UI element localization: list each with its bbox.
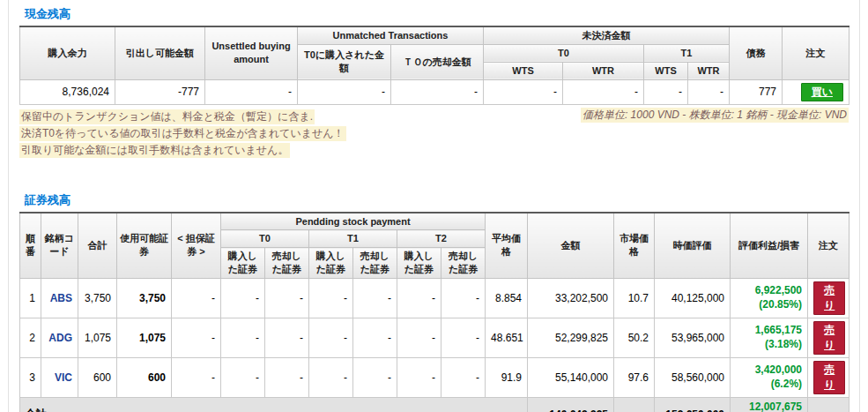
col-amount: 金額 [528,213,614,279]
securities-balance-title: 証券残高 [19,190,849,212]
col-t0-wtr: WTR [563,62,644,79]
cell-t2-bought: - [397,357,441,397]
section-spacer [19,167,849,190]
cell-available: 1,075 [117,318,172,357]
cell-t0-bought: - [221,278,265,318]
cash-notes: 保留中のトランザクション値は、料金と税金（暫定）に含ま. 決済T0を待っている値… [19,108,346,158]
stock-code-link[interactable]: VIC [55,371,72,384]
note-line-3: 引取り可能な金額には取引手数料は含まれていません。 [19,141,346,158]
cell-t0-sold: - [265,318,309,357]
cell-order: 売り [808,357,849,397]
col-group-unmatched-transactions: Unmatched Transactions [298,26,484,44]
cell-t0-bought: - [221,357,265,397]
cell-profit-loss: 3,420,000 (6.2%) [731,357,808,397]
cell-t1-bought: - [309,318,353,357]
col-t2-sold: 売却した証券 [441,248,486,279]
cell-collateral: - [172,318,221,357]
cell-profit-loss: 1,665,175 (3.18%) [731,318,808,357]
cell-t0-sold: - [265,357,309,397]
cell-t2-bought: - [397,318,441,357]
cell-t0-sold: - [265,278,309,318]
col-t1-wts: WTS [644,62,688,79]
col-group-pending-stock-payment: Pendding stock payment [221,213,486,230]
cell-collateral: - [172,278,221,318]
sell-button[interactable]: 売り [813,361,845,394]
table-row: 1 ABS 3,750 3,750 - - - - - - - 8.854 33… [20,278,849,318]
cell-t1-bought: - [309,278,353,318]
col-group-t2: T2 [397,230,486,248]
cell-stock-code: ABS [41,278,78,318]
cell-t1-wtr: - [688,79,730,104]
cell-buying-power: 8,736,024 [20,79,115,104]
col-bought-t0: T0に購入された金額 [298,44,391,79]
total-amount: 140,642,325 [528,397,614,412]
cell-no: 1 [20,278,41,318]
cell-total: 600 [78,357,117,397]
col-order-2: 注文 [808,213,849,279]
cell-unsettled-buying: - [205,79,298,104]
cell-amount: 52,299,825 [528,318,614,357]
cash-balance-table: 購入余力 引出し可能金額 Unsettled buying amount Unm… [19,26,849,105]
cell-t0-wts: - [484,79,563,104]
col-stock-code: 銘柄コード [41,213,78,279]
sell-button[interactable]: 売り [813,281,845,315]
units-note: 価格単位: 1000 VND - 株数単位: 1 銘柄 - 現金単位: VND [581,108,849,123]
total-market-price: - [614,397,655,412]
col-group-t0: T0 [484,44,644,62]
cell-sold-t0: - [391,79,484,104]
note-line-2: 決済T0を待っている値の取引は手数料と税金が含まれていません！ [19,124,346,141]
cell-profit-loss: 6,922,500 (20.85%) [731,278,808,318]
cell-t1-bought: - [309,357,353,397]
content-area: 現金残高 購入余力 引出し可能金額 Unsettled buying amoun… [8,0,860,412]
col-order: 注文 [783,26,849,79]
cell-amount: 55,140,000 [528,357,614,397]
cell-t0-bought: - [221,318,265,357]
cell-t1-sold: - [353,357,397,397]
col-t0-sold: 売却した証券 [265,248,309,279]
cell-market-value: 58,560,000 [655,357,731,397]
stock-code-link[interactable]: ABS [50,292,72,304]
cell-no: 3 [20,357,41,397]
col-sold-t0: Ｔ０の売却金額 [391,44,484,79]
notes-area: 保留中のトランザクション値は、料金と税金（暫定）に含ま. 決済T0を待っている値… [19,108,849,158]
cell-market-price: 97.6 [614,357,655,397]
cell-avg-price: 91.9 [486,357,528,397]
sell-button[interactable]: 売り [813,321,845,355]
cell-t2-sold: - [441,278,486,318]
cell-available: 3,750 [117,278,172,318]
col-buying-power: 購入余力 [20,26,115,79]
cell-market-price: 50.2 [614,318,655,357]
col-collateral: < 担保証券 > [172,213,221,279]
col-t1-wtr: WTR [688,62,730,79]
total-market-value: 152,650,000 [655,397,731,412]
cash-balance-row: 8,736,024 -777 - - - - - - - 777 買い [20,79,849,104]
col-total: 合計 [78,213,117,279]
cell-order: 売り [808,278,849,318]
page: 現金残高 購入余力 引出し可能金額 Unsettled buying amoun… [0,0,868,412]
stock-code-link[interactable]: ADG [48,332,72,344]
cell-no: 2 [20,318,41,357]
cell-stock-code: VIC [41,357,78,397]
cell-market-value: 40,125,000 [655,278,731,318]
securities-balance-table: 順番 銘柄コード 合計 使用可能証券 < 担保証券 > Pendding sto… [19,212,849,412]
cell-t0-wtr: - [563,79,644,104]
cell-order: 買い [783,79,849,104]
cell-t2-sold: - [441,357,486,397]
col-withdrawable: 引出し可能金額 [115,26,205,79]
col-no: 順番 [20,213,41,279]
cell-debt: 777 [730,79,783,104]
note-line-1: 保留中のトランザクション値は、料金と税金（暫定）に含ま. [19,108,346,124]
buy-button[interactable]: 買い [801,83,843,101]
cell-market-value: 53,965,000 [655,318,731,357]
col-avg-price: 平均価格 [486,213,528,279]
cell-t1-sold: - [353,278,397,318]
col-market-price: 市場価格 [614,213,655,279]
col-group-unsettled-amount: 未決済金額 [484,26,730,44]
cell-available: 600 [117,357,172,397]
col-group-t1: T1 [644,44,730,62]
cell-total: 1,075 [78,318,117,357]
cell-withdrawable: -777 [115,79,205,104]
total-label: 合計 [20,397,528,412]
cell-t2-bought: - [397,278,441,318]
cell-order: 売り [808,318,849,357]
